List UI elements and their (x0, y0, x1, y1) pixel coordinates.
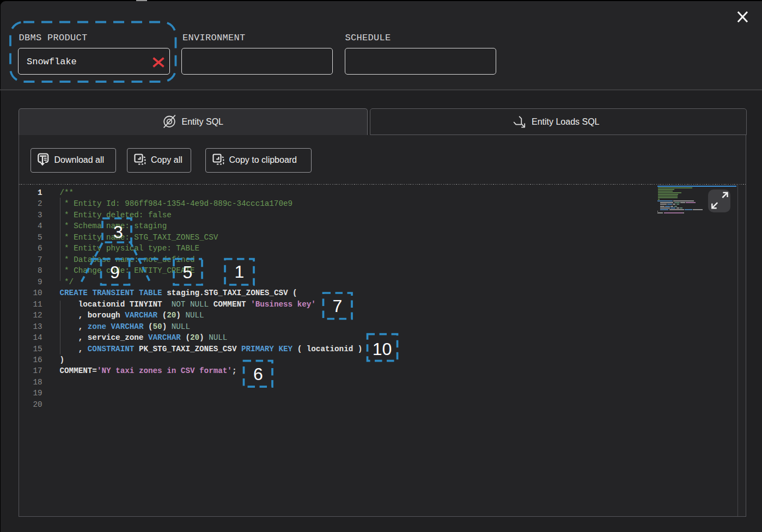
svg-text:9: 9 (110, 262, 120, 282)
svg-text:7: 7 (333, 296, 343, 316)
svg-text:1: 1 (235, 262, 245, 282)
svg-text:10: 10 (373, 339, 392, 359)
svg-text:5: 5 (183, 262, 193, 282)
svg-text:6: 6 (253, 364, 263, 384)
svg-text:3: 3 (113, 222, 123, 242)
